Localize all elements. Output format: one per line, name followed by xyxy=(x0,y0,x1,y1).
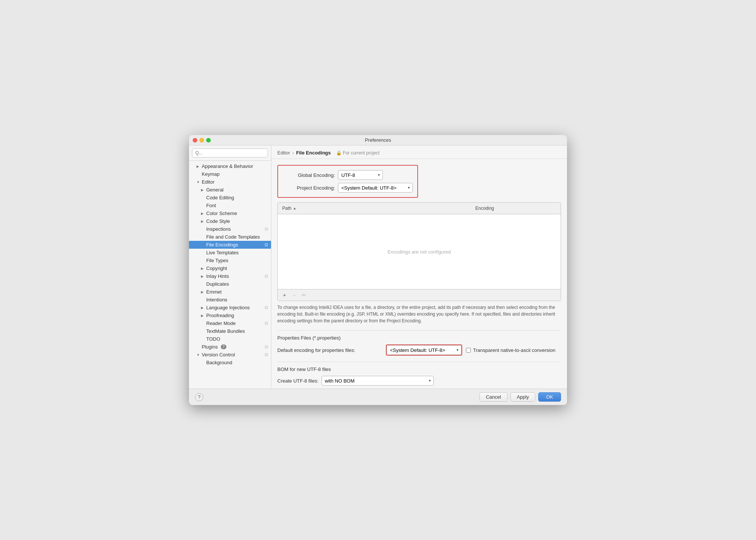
sidebar-item-general[interactable]: ▶ General xyxy=(189,186,271,194)
table-header: Path ▲ Encoding xyxy=(278,203,561,214)
sidebar-item-intentions[interactable]: Intentions xyxy=(189,296,271,304)
sidebar-item-live-templates[interactable]: Live Templates xyxy=(189,249,271,257)
inner-select-wrapper: <System Default: UTF-8> UTF-8 ISO-8859-1 xyxy=(387,345,461,355)
spacer-icon xyxy=(201,243,205,247)
sidebar-item-label: Intentions xyxy=(206,297,227,303)
sidebar-item-label: Code Editing xyxy=(206,195,234,200)
sort-asc-icon: ▲ xyxy=(293,206,296,210)
ok-button[interactable]: OK xyxy=(538,392,561,402)
traffic-lights xyxy=(193,138,211,142)
section-divider-2 xyxy=(277,362,561,362)
panel-header: Editor › File Encodings 🔒 For current pr… xyxy=(271,145,567,159)
sidebar-item-appearance[interactable]: ▶ Appearance & Behavior xyxy=(189,162,271,170)
footer: ? Cancel Apply OK xyxy=(189,389,567,405)
breadcrumb-editor: Editor xyxy=(277,150,290,156)
encodings-table: Path ▲ Encoding Encodings are not config… xyxy=(277,202,561,301)
close-button[interactable] xyxy=(193,138,197,142)
chevron-right-icon: ▶ xyxy=(201,306,205,310)
sidebar-item-label: File Types xyxy=(206,258,228,263)
sidebar-item-editor[interactable]: ▼ Editor xyxy=(189,178,271,186)
copy-icon: ⊡ xyxy=(265,227,268,231)
global-encoding-select[interactable]: UTF-8 UTF-16 ISO-8859-1 xyxy=(338,170,383,180)
copy-icon: ⊡ xyxy=(265,305,268,310)
sidebar-item-emmet[interactable]: ▶ Emmet xyxy=(189,288,271,296)
sidebar-item-code-editing[interactable]: Code Editing xyxy=(189,194,271,202)
sidebar-item-background[interactable]: Background xyxy=(189,359,271,366)
bom-section: BOM for new UTF-8 files Create UTF-8 fil… xyxy=(277,366,561,389)
sidebar-item-label: Keymap xyxy=(202,171,220,177)
sidebar-item-file-types[interactable]: File Types xyxy=(189,257,271,264)
breadcrumb-arrow: › xyxy=(292,150,294,156)
sidebar-item-label: Proofreading xyxy=(206,313,234,318)
transparent-conversion-checkbox-label: Transparent native-to-ascii conversion xyxy=(466,347,555,353)
table-empty-message: Encodings are not configured xyxy=(387,249,451,255)
spacer-icon xyxy=(201,361,205,365)
sidebar-item-duplicates[interactable]: Duplicates xyxy=(189,280,271,288)
chevron-right-icon: ▶ xyxy=(201,212,205,215)
sidebar: ▶ Appearance & Behavior Keymap ▼ Editor … xyxy=(189,145,271,389)
copy-icon: ⊡ xyxy=(265,344,268,349)
checkbox-text: Transparent native-to-ascii conversion xyxy=(473,347,555,353)
cancel-button[interactable]: Cancel xyxy=(479,392,507,402)
titlebar: Preferences xyxy=(189,135,567,145)
sidebar-item-copyright[interactable]: ▶ Copyright xyxy=(189,264,271,272)
project-encoding-select[interactable]: <System Default: UTF-8> UTF-8 UTF-16 xyxy=(338,183,413,193)
properties-encoding-select-wrapper: <System Default: UTF-8> UTF-8 ISO-8859-1 xyxy=(386,344,462,356)
bom-row: Create UTF-8 files: with NO BOM with BOM xyxy=(277,376,561,386)
right-panel: Editor › File Encodings 🔒 For current pr… xyxy=(271,145,567,389)
help-button[interactable]: ? xyxy=(195,393,203,401)
footer-left: ? xyxy=(195,393,203,401)
transparent-conversion-checkbox[interactable] xyxy=(466,348,471,353)
sidebar-item-proofreading[interactable]: ▶ Proofreading xyxy=(189,312,271,319)
properties-encoding-row: Default encoding for properties files: <… xyxy=(277,344,561,356)
preferences-window: Preferences ▶ Appearance & Behavior Keym… xyxy=(189,135,567,405)
spacer-icon xyxy=(201,298,205,302)
spacer-icon xyxy=(201,322,205,325)
table-col-encoding: Encoding xyxy=(471,204,561,212)
sidebar-item-version-control[interactable]: ▼ Version Control ⊡ xyxy=(189,351,271,359)
global-encoding-label: Global Encoding: xyxy=(283,172,335,178)
sidebar-item-label: TextMate Bundles xyxy=(206,328,245,334)
properties-encoding-select[interactable]: <System Default: UTF-8> UTF-8 ISO-8859-1 xyxy=(387,345,461,355)
search-box xyxy=(189,145,271,161)
window-title: Preferences xyxy=(365,137,391,143)
remove-encoding-button[interactable]: − xyxy=(290,291,299,299)
sidebar-item-label: Emmet xyxy=(206,289,222,295)
apply-button[interactable]: Apply xyxy=(510,392,536,402)
sidebar-item-inspections[interactable]: Inspections ⊡ xyxy=(189,225,271,233)
sidebar-item-font[interactable]: Font xyxy=(189,202,271,209)
sidebar-item-inlay-hints[interactable]: ▶ Inlay Hints ⊡ xyxy=(189,272,271,280)
sidebar-item-color-scheme[interactable]: ▶ Color Scheme xyxy=(189,209,271,217)
sidebar-item-label: File and Code Templates xyxy=(206,234,260,240)
sidebar-item-code-style[interactable]: ▶ Code Style xyxy=(189,217,271,225)
sidebar-item-label: Plugins xyxy=(202,344,218,350)
edit-encoding-button[interactable]: ✏ xyxy=(299,291,308,299)
plugins-badge: 7 xyxy=(221,344,227,349)
sidebar-item-label: Copyright xyxy=(206,266,227,271)
info-text: To change encoding IntelliJ IDEA uses fo… xyxy=(277,304,561,324)
sidebar-item-textmate-bundles[interactable]: TextMate Bundles xyxy=(189,327,271,335)
chevron-right-icon: ▶ xyxy=(196,165,200,168)
sidebar-item-keymap[interactable]: Keymap xyxy=(189,170,271,178)
bom-select[interactable]: with NO BOM with BOM xyxy=(321,376,434,386)
minimize-button[interactable] xyxy=(199,138,204,142)
chevron-right-icon: ▶ xyxy=(201,274,205,278)
search-input[interactable] xyxy=(192,148,268,157)
project-encoding-select-wrapper: <System Default: UTF-8> UTF-8 UTF-16 xyxy=(338,183,413,193)
bom-select-wrapper: with NO BOM with BOM xyxy=(321,376,434,386)
sidebar-item-todo[interactable]: TODO xyxy=(189,335,271,343)
sidebar-item-file-encodings[interactable]: File Encodings ⊡ xyxy=(189,241,271,249)
global-encoding-select-wrapper: UTF-8 UTF-16 ISO-8859-1 xyxy=(338,170,383,180)
sidebar-item-label: General xyxy=(206,187,223,193)
sidebar-item-language-injections[interactable]: ▶ Language Injections ⊡ xyxy=(189,304,271,312)
sidebar-item-label: Inlay Hints xyxy=(206,273,229,279)
sidebar-item-plugins[interactable]: Plugins 7 ⊡ xyxy=(189,343,271,351)
spacer-icon xyxy=(201,251,205,255)
sidebar-item-file-code-templates[interactable]: File and Code Templates xyxy=(189,233,271,241)
add-encoding-button[interactable]: + xyxy=(280,291,289,299)
section-divider-1 xyxy=(277,330,561,331)
maximize-button[interactable] xyxy=(206,138,211,142)
sidebar-item-reader-mode[interactable]: Reader Mode ⊡ xyxy=(189,319,271,327)
spacer-icon xyxy=(201,196,205,200)
footer-right: Cancel Apply OK xyxy=(479,392,561,402)
